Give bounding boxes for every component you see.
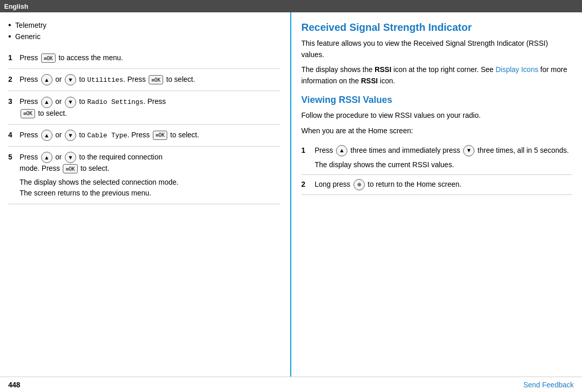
bullet-dot: •: [8, 32, 11, 41]
display-icons-link[interactable]: Display Icons: [496, 65, 538, 74]
right-step-number-2: 2: [302, 180, 315, 188]
step-row-4: 4 Press ▲ or ▼ to Cable Type. Press ≡OK …: [8, 124, 280, 147]
send-feedback-link[interactable]: Send Feedback: [523, 381, 574, 389]
ok-button-icon: ≡OK: [63, 164, 77, 173]
step-row-5: 5 Press ▲ or ▼ to the required connectio…: [8, 147, 280, 204]
step-content-3: Press ▲ or ▼ to Radio Settings. Press ≡O…: [20, 96, 280, 118]
down-button-icon: ▼: [463, 145, 474, 156]
bullet-list: • Telemetry • Generic: [8, 21, 280, 41]
down-button-icon: ▼: [65, 152, 76, 163]
step-sub-text-5: The display shows the selected connectio…: [20, 177, 179, 199]
page-number: 448: [8, 381, 20, 389]
right-steps-container: 1 Press ▲ three times and immediately pr…: [302, 141, 572, 195]
right-column: Received Signal Strength Indicator This …: [291, 12, 583, 377]
bullet-text: Generic: [15, 32, 41, 41]
para-1: This feature allows you to view the Rece…: [302, 38, 572, 60]
up-button-icon: ▲: [41, 130, 52, 141]
steps-container: 1 Press ≡OK to access the menu. 2 Press …: [8, 47, 280, 204]
para2-pre: The display shows the: [302, 65, 375, 74]
ok-button-icon: ≡OK: [153, 131, 167, 140]
step-content-5: Press ▲ or ▼ to the required connection …: [20, 152, 179, 199]
step-row-2: 2 Press ▲ or ▼ to Utilities. Press ≡OK t…: [8, 69, 280, 91]
bullet-dot: •: [8, 21, 11, 30]
step-content-1: Press ≡OK to access the menu.: [20, 52, 280, 63]
sub-para-2: When you are at the Home screen:: [302, 126, 572, 137]
sub-para-1: Follow the procedure to view RSSI values…: [302, 110, 572, 121]
up-button-icon: ▲: [336, 145, 347, 156]
step-number-5: 5: [8, 153, 20, 161]
step-row-3: 3 Press ▲ or ▼ to Radio Settings. Press …: [8, 91, 280, 124]
right-step-row-1: 1 Press ▲ three times and immediately pr…: [302, 141, 572, 175]
up-button-icon: ▲: [41, 74, 52, 85]
list-item: • Telemetry: [8, 21, 280, 30]
ok-button-icon: ≡OK: [149, 75, 163, 84]
subtitle: Viewing RSSI Values: [302, 94, 572, 106]
language-bar: English: [0, 0, 582, 12]
step-number-4: 4: [8, 131, 20, 139]
home-button-icon: ⊕: [354, 179, 365, 190]
step-content-2: Press ▲ or ▼ to Utilities. Press ≡OK to …: [20, 74, 280, 85]
right-step-number-1: 1: [302, 146, 315, 154]
left-column: • Telemetry • Generic 1 Press ≡OK to acc…: [0, 12, 291, 377]
up-button-icon: ▲: [41, 152, 52, 163]
step-number-1: 1: [8, 54, 20, 62]
footer: 448 Send Feedback: [0, 377, 582, 392]
down-button-icon: ▼: [65, 97, 76, 108]
main-title: Received Signal Strength Indicator: [302, 21, 572, 34]
ok-button-icon: ≡OK: [41, 54, 56, 63]
bullet-text: Telemetry: [15, 21, 47, 29]
ok-button-icon: ≡OK: [21, 109, 35, 118]
main-content: • Telemetry • Generic 1 Press ≡OK to acc…: [0, 12, 582, 377]
para2-mid: icon at the top right corner. See: [392, 65, 496, 74]
up-button-icon: ▲: [41, 97, 52, 108]
right-step-row-2: 2 Long press ⊕ to return to the Home scr…: [302, 175, 572, 195]
down-button-icon: ▼: [65, 130, 76, 141]
para-2: The display shows the RSSI icon at the t…: [302, 64, 572, 86]
para2-bold: RSSI: [375, 65, 392, 74]
right-step-sub-1: The display shows the current RSSI value…: [315, 159, 572, 170]
step-number-3: 3: [8, 97, 20, 105]
right-step-content-1: Press ▲ three times and immediately pres…: [315, 145, 572, 170]
para2-post: icon.: [378, 77, 395, 85]
right-step-content-2: Long press ⊕ to return to the Home scree…: [315, 179, 572, 190]
list-item: • Generic: [8, 32, 280, 41]
step-content-4: Press ▲ or ▼ to Cable Type. Press ≡OK to…: [20, 130, 280, 141]
down-button-icon: ▼: [65, 74, 76, 85]
para2-bold2: RSSI: [361, 77, 378, 85]
step-number-2: 2: [8, 75, 20, 83]
step-row-1: 1 Press ≡OK to access the menu.: [8, 47, 280, 69]
language-label: English: [4, 3, 28, 10]
